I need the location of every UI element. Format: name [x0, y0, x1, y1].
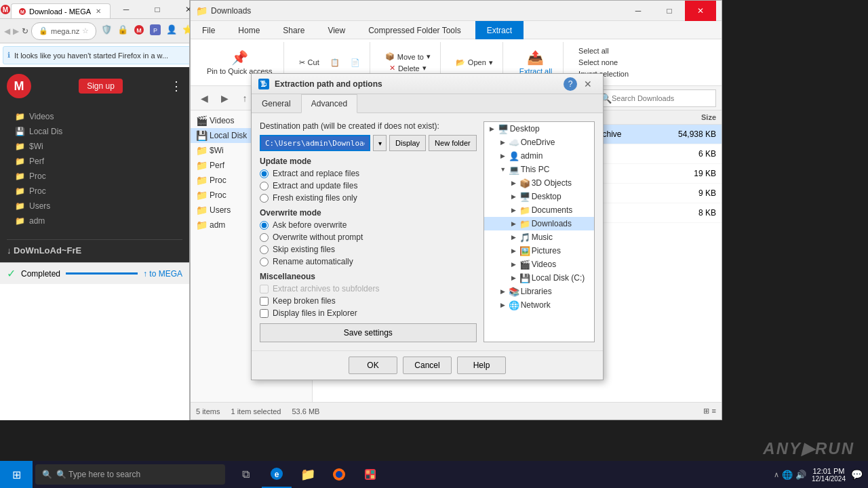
keep-broken-checkbox[interactable]	[260, 297, 269, 306]
help-button[interactable]: Help	[457, 357, 506, 374]
delete-button[interactable]: ✕ Delete ▾	[385, 62, 431, 74]
tray-network-icon[interactable]: 🌐	[782, 470, 793, 480]
list-view-button[interactable]: ≡	[712, 407, 716, 415]
copy-button[interactable]: 📋	[326, 57, 344, 68]
taskbar-app5[interactable]	[355, 461, 385, 488]
documents-expander[interactable]: ▶	[509, 205, 519, 216]
ribbon-tab-share[interactable]: Share	[271, 21, 316, 39]
tray-up-arrow-icon[interactable]: ∧	[774, 470, 779, 479]
videos-expander[interactable]: ▶	[509, 259, 519, 270]
notification-icon[interactable]: 💬	[851, 469, 863, 480]
select-none-button[interactable]: Select none	[574, 57, 633, 68]
misc-subfolders[interactable]: Extract archives to subfolders	[260, 284, 477, 293]
update-update-radio[interactable]	[260, 182, 269, 190]
browser-maximize-button[interactable]: □	[142, 0, 173, 19]
open-button[interactable]: 📂 Open ▾	[452, 57, 497, 68]
overwrite-ask-radio[interactable]	[260, 221, 269, 230]
tree-item-admin[interactable]: ▶ 👤 admin	[484, 149, 594, 163]
display-button[interactable]: Display	[389, 135, 426, 151]
more-options-icon[interactable]: ⋮	[170, 79, 182, 94]
ribbon-tab-view[interactable]: View	[316, 21, 357, 39]
search-input[interactable]	[612, 94, 693, 102]
update-option-replace[interactable]: Extract and replace files	[260, 169, 477, 178]
mega-sidebar-item-wi[interactable]: 📁 $Wi	[7, 139, 182, 154]
network-expander[interactable]: ▶	[498, 300, 509, 310]
misc-display-files[interactable]: Display files in Explorer	[260, 308, 477, 318]
ok-button[interactable]: OK	[349, 357, 397, 374]
3dobjects-expander[interactable]: ▶	[509, 178, 519, 188]
overwrite-option-without[interactable]: Overwrite without prompt	[260, 232, 477, 242]
explorer-minimize-button[interactable]: ─	[623, 1, 654, 21]
tree-item-videos[interactable]: ▶ 🎬 Videos	[484, 258, 594, 271]
desktop-expander-2[interactable]: ▶	[509, 191, 519, 202]
tree-item-onedrive[interactable]: ▶ ☁️ OneDrive	[484, 136, 594, 149]
update-replace-radio[interactable]	[260, 169, 269, 178]
browser-tab-mega[interactable]: M Download - MEGA ✕	[11, 3, 111, 18]
local-disk-expander[interactable]: ▶	[509, 272, 519, 283]
tray-speaker-icon[interactable]: 🔊	[795, 470, 806, 480]
tree-item-this-pc[interactable]: ▼ 💻 This PC	[484, 163, 594, 176]
save-settings-button[interactable]: Save settings	[260, 323, 477, 342]
mega-sidebar-item-videos[interactable]: 📁 Videos	[7, 109, 182, 124]
mega-sidebar-item-proc2[interactable]: 📁 Proc	[7, 184, 182, 199]
browser-back-button[interactable]: ◀	[4, 23, 10, 39]
onedrive-expander[interactable]: ▶	[498, 137, 509, 148]
destination-dropdown-button[interactable]: ▾	[373, 135, 387, 151]
ribbon-tab-compressed[interactable]: Compressed Folder Tools	[357, 21, 473, 39]
shield-icon[interactable]: 🛡️	[99, 22, 114, 37]
downloads-expander[interactable]: ▶	[509, 218, 519, 229]
mega-sidebar-item-local[interactable]: 💾 Local Dis	[7, 124, 182, 139]
browser-forward-button[interactable]: ▶	[13, 23, 19, 39]
desktop-expander[interactable]: ▶	[487, 123, 498, 134]
browser-minimize-button[interactable]: ─	[111, 0, 142, 19]
explorer-close-button[interactable]: ✕	[685, 1, 716, 21]
mega-sidebar-item-users[interactable]: 📁 Users	[7, 199, 182, 214]
taskbar-search-box[interactable]: 🔍 🔍 Type here to search	[35, 464, 225, 485]
mega-sidebar-item-perf[interactable]: 📁 Perf	[7, 154, 182, 169]
dialog-tab-general[interactable]: General	[252, 94, 301, 113]
update-option-fresh[interactable]: Fresh existing files only	[260, 193, 477, 203]
explorer-maximize-button[interactable]: □	[654, 1, 685, 21]
tree-item-libraries[interactable]: ▶ 📚 Libraries	[484, 285, 594, 298]
dialog-tab-advanced[interactable]: Advanced	[301, 94, 357, 113]
libraries-expander[interactable]: ▶	[498, 286, 509, 297]
star-icon[interactable]: ☆	[82, 26, 89, 35]
ribbon-tab-extract[interactable]: Extract	[475, 21, 524, 39]
start-button[interactable]: ⊞	[0, 461, 33, 488]
forward-button[interactable]: ▶	[216, 90, 233, 106]
browser-url-bar[interactable]: 🔒 mega.nz ☆	[31, 22, 96, 40]
overwrite-option-skip[interactable]: Skip existing files	[260, 245, 477, 254]
taskbar-explorer-app[interactable]: 📁	[293, 461, 323, 488]
tree-item-desktop[interactable]: ▶ 🖥️ Desktop	[484, 190, 594, 203]
taskbar-task-view[interactable]: ⧉	[231, 461, 260, 488]
clock[interactable]: 12:01 PM 12/14/2024	[812, 467, 846, 483]
update-fresh-radio[interactable]	[260, 194, 269, 203]
overwrite-rename-radio[interactable]	[260, 258, 269, 266]
signup-button[interactable]: Sign up	[79, 79, 123, 94]
search-box[interactable]: 🔍	[594, 89, 716, 107]
new-folder-button[interactable]: New folder	[429, 135, 477, 151]
subfolders-checkbox[interactable]	[260, 285, 269, 293]
update-option-update[interactable]: Extract and update files	[260, 181, 477, 190]
ribbon-tab-home[interactable]: Home	[226, 21, 271, 39]
misc-keep-broken[interactable]: Keep broken files	[260, 296, 477, 306]
cut-button[interactable]: ✂ Cut	[295, 57, 323, 68]
tree-item-documents[interactable]: ▶ 📁 Documents	[484, 203, 594, 217]
extension-icon-2[interactable]: P	[148, 22, 163, 37]
back-button[interactable]: ◀	[196, 90, 212, 106]
browser-refresh-button[interactable]: ↻	[22, 23, 28, 39]
ribbon-tab-file[interactable]: File	[191, 21, 226, 39]
tree-item-local-disk[interactable]: ▶ 💾 Local Disk (C:)	[484, 271, 594, 285]
download-lock-icon[interactable]: 🔒	[115, 22, 130, 37]
admin-expander[interactable]: ▶	[498, 150, 509, 161]
tree-item-network[interactable]: ▶ 🌐 Network	[484, 298, 594, 312]
mega-sidebar-item-proc1[interactable]: 📁 Proc	[7, 169, 182, 184]
tab-close-button[interactable]: ✕	[94, 7, 103, 16]
music-expander[interactable]: ▶	[509, 232, 519, 243]
overwrite-option-rename[interactable]: Rename automatically	[260, 257, 477, 266]
display-files-checkbox[interactable]	[260, 309, 269, 318]
profile-icon[interactable]: 👤	[164, 22, 179, 37]
overwrite-without-radio[interactable]	[260, 233, 269, 242]
tree-item-3d-objects[interactable]: ▶ 📦 3D Objects	[484, 176, 594, 190]
dialog-close-button[interactable]: ✕	[580, 76, 596, 92]
